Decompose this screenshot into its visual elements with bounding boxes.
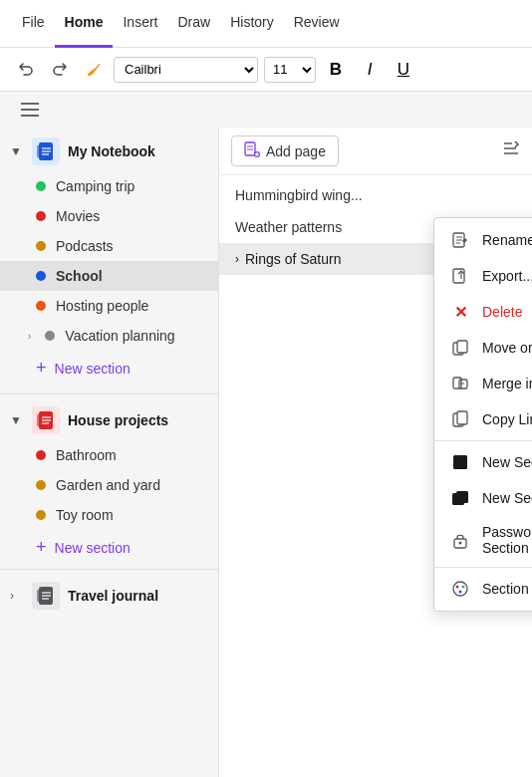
section-bathroom[interactable]: Bathroom	[0, 440, 218, 470]
ctx-password[interactable]: Password Protect This Section	[434, 516, 532, 564]
content-area: Add page Hummingbird wing... Weather pat…	[219, 128, 532, 777]
font-size-select[interactable]: 11 12 14 16	[264, 57, 316, 83]
ctx-move-label: Move or Copy...	[482, 340, 532, 356]
section-label-movies: Movies	[56, 208, 100, 224]
ctx-divider-1	[434, 440, 532, 441]
underline-button[interactable]: U	[390, 56, 417, 84]
section-label-garden: Garden and yard	[56, 477, 160, 493]
merge-icon	[450, 374, 470, 393]
ctx-copylink[interactable]: Copy Link to Section	[434, 401, 532, 437]
section-dot-vacation	[45, 331, 55, 341]
new-section-my[interactable]: + New section	[0, 351, 218, 386]
section-label-hosting: Hosting people	[56, 298, 148, 314]
ctx-merge[interactable]: Merge into Another Section...	[434, 366, 532, 401]
notebook-house[interactable]: ▼ House projects	[0, 393, 218, 440]
section-camping[interactable]: Camping trip	[0, 171, 218, 201]
copylink-icon	[450, 409, 470, 429]
menu-insert[interactable]: Insert	[113, 0, 167, 48]
undo-button[interactable]	[12, 56, 40, 84]
italic-button[interactable]: I	[356, 56, 384, 84]
section-vacation[interactable]: › Vacation planning	[0, 321, 218, 351]
newsection-icon	[450, 452, 470, 472]
section-label-school: School	[56, 268, 103, 284]
rename-icon	[450, 230, 470, 250]
ctx-divider-2	[434, 567, 532, 568]
ctx-export[interactable]: Export...	[434, 258, 532, 294]
svg-line-0	[98, 64, 100, 66]
context-menu: Rename Export... ✕ Delete Move or Copy..…	[433, 217, 532, 612]
add-page-button[interactable]: Add page	[231, 135, 339, 166]
delete-icon: ✕	[450, 302, 470, 322]
ctx-delete-label: Delete	[482, 304, 522, 320]
section-label-vacation: Vacation planning	[65, 328, 174, 344]
section-dot-bathroom	[36, 450, 46, 460]
svg-point-47	[456, 586, 459, 589]
section-hosting[interactable]: Hosting people	[0, 291, 218, 321]
section-label-camping: Camping trip	[56, 178, 134, 194]
plus-icon-my: +	[36, 358, 47, 379]
ctx-sectioncolor-left: Section Color	[450, 579, 532, 599]
ctx-sectioncolor-label: Section Color	[482, 581, 532, 597]
chevron-my-notebook: ▼	[10, 144, 24, 158]
ctx-export-label: Export...	[482, 268, 532, 284]
svg-rect-41	[453, 455, 467, 469]
svg-rect-35	[457, 341, 467, 353]
sidebar: ▼ My Notebook Camping trip Movies Podcas…	[0, 128, 219, 777]
svg-point-45	[459, 542, 462, 545]
notebook-my-title: My Notebook	[68, 143, 155, 159]
sort-button[interactable]	[502, 140, 520, 161]
ctx-delete[interactable]: ✕ Delete	[434, 294, 532, 330]
section-dot-camping	[36, 181, 46, 191]
section-dot-movies	[36, 211, 46, 221]
svg-rect-5	[37, 145, 41, 157]
menu-history[interactable]: History	[220, 0, 284, 48]
svg-rect-40	[457, 411, 467, 424]
rings-saturn-label: Rings of Saturn	[245, 251, 342, 267]
page-hummingbird[interactable]: Hummingbird wing...	[219, 179, 532, 211]
bold-button[interactable]: B	[322, 56, 350, 84]
font-family-select[interactable]: Cailbri Arial Times New Roman	[114, 57, 258, 83]
section-movies[interactable]: Movies	[0, 201, 218, 231]
new-section-label-house: New section	[55, 540, 131, 556]
svg-rect-15	[37, 590, 41, 602]
redo-button[interactable]	[46, 56, 74, 84]
ctx-merge-label: Merge into Another Section...	[482, 376, 532, 391]
move-icon	[450, 338, 470, 358]
menu-file[interactable]: File	[12, 0, 55, 48]
ctx-rename[interactable]: Rename	[434, 222, 532, 258]
section-dot-hosting	[36, 301, 46, 311]
menu-draw[interactable]: Draw	[167, 0, 220, 48]
menu-bar: File Home Insert Draw History Review	[0, 0, 532, 48]
page-toolbar: Add page	[219, 128, 532, 175]
new-section-house[interactable]: + New section	[0, 530, 218, 565]
section-label-toyroom: Toy room	[56, 507, 114, 523]
section-podcasts[interactable]: Podcasts	[0, 231, 218, 261]
ctx-move[interactable]: Move or Copy...	[434, 330, 532, 366]
chevron-rings: ›	[235, 252, 239, 266]
new-section-label-my: New section	[55, 361, 131, 377]
svg-rect-10	[37, 414, 41, 426]
section-dot-podcasts	[36, 241, 46, 251]
newsectiongroup-icon	[450, 488, 470, 508]
notebook-my[interactable]: ▼ My Notebook	[0, 128, 218, 171]
hamburger-button[interactable]	[16, 96, 44, 124]
section-toyroom[interactable]: Toy room	[0, 500, 218, 530]
ctx-newsectiongroup-label: New Section Group	[482, 490, 532, 506]
section-school[interactable]: School	[0, 261, 218, 291]
ctx-password-label: Password Protect This Section	[482, 524, 532, 556]
ink-button[interactable]	[80, 56, 108, 84]
add-page-icon	[244, 141, 260, 160]
add-page-label: Add page	[266, 143, 326, 159]
ctx-newsection[interactable]: New Section	[434, 444, 532, 480]
ctx-sectioncolor[interactable]: Section Color ›	[434, 571, 532, 607]
ctx-rename-label: Rename	[482, 232, 532, 248]
notebook-travel[interactable]: › Travel journal	[0, 570, 218, 616]
menu-home[interactable]: Home	[55, 0, 114, 48]
section-garden[interactable]: Garden and yard	[0, 470, 218, 500]
toolbar: Cailbri Arial Times New Roman 11 12 14 1…	[0, 48, 532, 92]
chevron-travel: ›	[10, 589, 24, 603]
ctx-newsectiongroup[interactable]: New Section Group	[434, 480, 532, 516]
menu-review[interactable]: Review	[284, 0, 350, 48]
section-dot-garden	[36, 480, 46, 490]
svg-point-46	[453, 582, 467, 596]
